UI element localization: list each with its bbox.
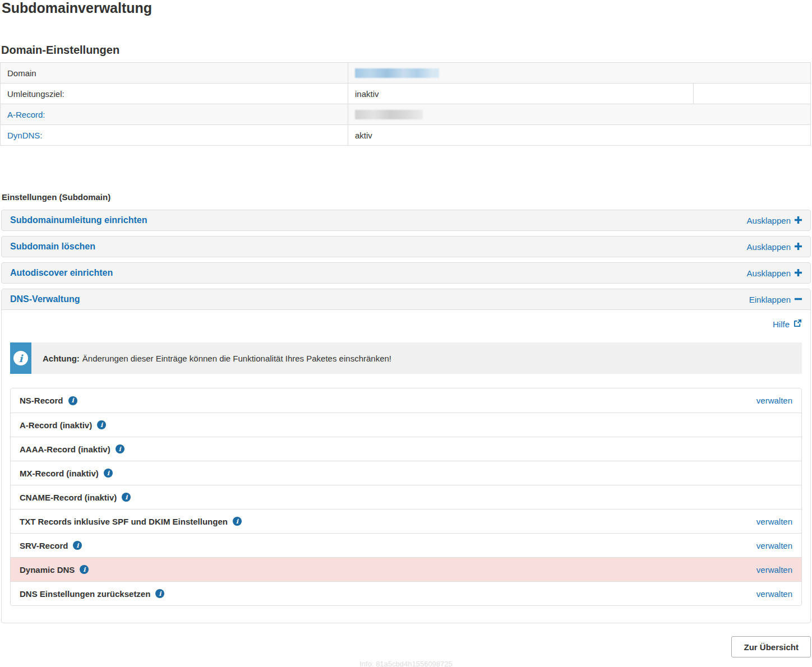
toggle-label: Ausklappen	[747, 242, 791, 252]
dyndns-value: aktiv	[348, 125, 811, 146]
dyndns-label: DynDNS:	[1, 125, 348, 146]
help-link[interactable]: Hilfe	[773, 319, 802, 330]
external-link-icon	[793, 319, 802, 330]
expand-toggle[interactable]: Ausklappen	[747, 268, 802, 278]
accordion-title[interactable]: Subdomain löschen	[10, 242, 95, 252]
subdomain-settings-heading: Einstellungen (Subdomain)	[2, 192, 812, 202]
info-icon[interactable]: i	[97, 420, 106, 429]
accordion-title[interactable]: Subdomainumleitung einrichten	[10, 215, 147, 225]
table-row: Domain	[1, 63, 811, 84]
info-icon[interactable]: i	[233, 517, 242, 526]
domain-value-cell	[348, 63, 811, 84]
record-label: Dynamic DNS	[20, 565, 75, 575]
toggle-label: Ausklappen	[747, 216, 791, 225]
button-row: Zur Übersicht	[0, 636, 811, 657]
domain-label: Domain	[1, 63, 348, 84]
collapse-toggle[interactable]: Einklappen	[749, 295, 802, 304]
manage-link[interactable]: verwalten	[756, 396, 792, 405]
accordion-title[interactable]: DNS-Verwaltung	[10, 294, 80, 304]
record-label: MX-Record (inaktiv)	[20, 469, 99, 478]
domain-settings-heading: Domain-Einstellungen	[1, 44, 812, 56]
redirect-target-value: inaktiv	[348, 84, 694, 104]
warning-alert: i Achtung: Änderungen dieser Einträge kö…	[10, 342, 802, 374]
dyndns-link[interactable]: DynDNS:	[7, 131, 43, 140]
record-row-ns: NS-Recordi verwalten	[11, 388, 801, 413]
subdomain-settings-accordion: Subdomainumleitung einrichten Ausklappen…	[1, 210, 811, 284]
plus-icon	[795, 268, 802, 278]
info-icon[interactable]: i	[116, 444, 124, 453]
redacted-domain-value	[355, 68, 439, 78]
info-icon[interactable]: i	[73, 541, 82, 550]
info-icon[interactable]: i	[80, 565, 89, 574]
dns-management-panel-body: Hilfe i Achtung: Änderungen dieser Eintr…	[2, 310, 810, 623]
redacted-a-record-value	[355, 110, 423, 119]
minus-icon	[795, 295, 802, 304]
info-icon[interactable]: i	[155, 589, 164, 598]
info-icon[interactable]: i	[68, 396, 77, 405]
record-row-a: A-Record (inaktiv)i	[11, 413, 801, 437]
expand-toggle[interactable]: Ausklappen	[747, 216, 802, 225]
expand-toggle[interactable]: Ausklappen	[747, 242, 802, 252]
manage-link[interactable]: verwalten	[756, 565, 792, 575]
subdomain-management-page: Subdomainverwaltung Domain-Einstellungen…	[0, 0, 812, 667]
domain-settings-table: Domain Umleitungsziel: inaktiv A-Record:…	[0, 62, 811, 146]
record-label: SRV-Record	[20, 541, 68, 550]
help-row: Hilfe	[10, 319, 802, 330]
record-label: CNAME-Record (inaktiv)	[20, 493, 117, 502]
back-to-overview-button[interactable]: Zur Übersicht	[731, 636, 811, 657]
accordion-subdomain-redirect[interactable]: Subdomainumleitung einrichten Ausklappen	[1, 210, 811, 231]
dns-records-list: NS-Recordi verwalten A-Record (inaktiv)i…	[10, 388, 802, 606]
table-row: Umleitungsziel: inaktiv	[1, 84, 811, 104]
plus-icon	[795, 216, 802, 225]
accordion-subdomain-delete[interactable]: Subdomain löschen Ausklappen	[1, 236, 811, 257]
alert-message: Achtung: Änderungen dieser Einträge könn…	[31, 342, 802, 374]
a-record-value-cell	[348, 104, 811, 125]
record-label: TXT Records inklusive SPF und DKIM Einst…	[20, 517, 228, 526]
toggle-label: Ausklappen	[747, 268, 791, 278]
redirect-target-action-cell	[694, 84, 811, 104]
redirect-target-label: Umleitungsziel:	[1, 84, 348, 104]
plus-icon	[795, 242, 802, 252]
record-row-dns-reset: DNS Einstellungen zurücksetzeni verwalte…	[11, 581, 801, 605]
record-label: DNS Einstellungen zurücksetzen	[20, 589, 150, 599]
page-title: Subdomainverwaltung	[2, 0, 812, 16]
accordion-dns-management[interactable]: DNS-Verwaltung Einklappen	[2, 289, 810, 310]
a-record-link[interactable]: A-Record:	[7, 110, 45, 119]
toggle-label: Einklappen	[749, 295, 791, 304]
manage-link[interactable]: verwalten	[756, 541, 792, 550]
accordion-autodiscover[interactable]: Autodiscover einrichten Ausklappen	[1, 262, 811, 284]
a-record-label: A-Record:	[1, 104, 348, 125]
alert-prefix: Achtung:	[43, 354, 80, 363]
record-row-txt: TXT Records inklusive SPF und DKIM Einst…	[11, 509, 801, 533]
record-row-mx: MX-Record (inaktiv)i	[11, 461, 801, 485]
manage-link[interactable]: verwalten	[756, 517, 792, 526]
accordion-title[interactable]: Autodiscover einrichten	[10, 268, 113, 278]
manage-link[interactable]: verwalten	[756, 589, 792, 599]
table-row: DynDNS: aktiv	[1, 125, 811, 146]
record-row-dynamic-dns: Dynamic DNSi verwalten	[11, 557, 801, 581]
record-row-cname: CNAME-Record (inaktiv)i	[11, 485, 801, 509]
footer-info-text: Info: 81a5cbd4h1556098725	[0, 660, 812, 667]
alert-text: Änderungen dieser Einträge können die Fu…	[82, 354, 391, 363]
record-label: A-Record (inaktiv)	[20, 420, 92, 430]
record-row-srv: SRV-Recordi verwalten	[11, 533, 801, 557]
record-label: NS-Record	[20, 396, 63, 405]
info-icon[interactable]: i	[122, 493, 131, 502]
record-row-aaaa: AAAA-Record (inaktiv)i	[11, 437, 801, 461]
table-row: A-Record:	[1, 104, 811, 125]
info-icon[interactable]: i	[104, 469, 113, 478]
info-icon: i	[10, 342, 31, 374]
record-label: AAAA-Record (inaktiv)	[20, 444, 110, 454]
help-label: Hilfe	[773, 319, 790, 330]
dns-management-panel: DNS-Verwaltung Einklappen Hilfe i Achtun…	[1, 289, 811, 623]
